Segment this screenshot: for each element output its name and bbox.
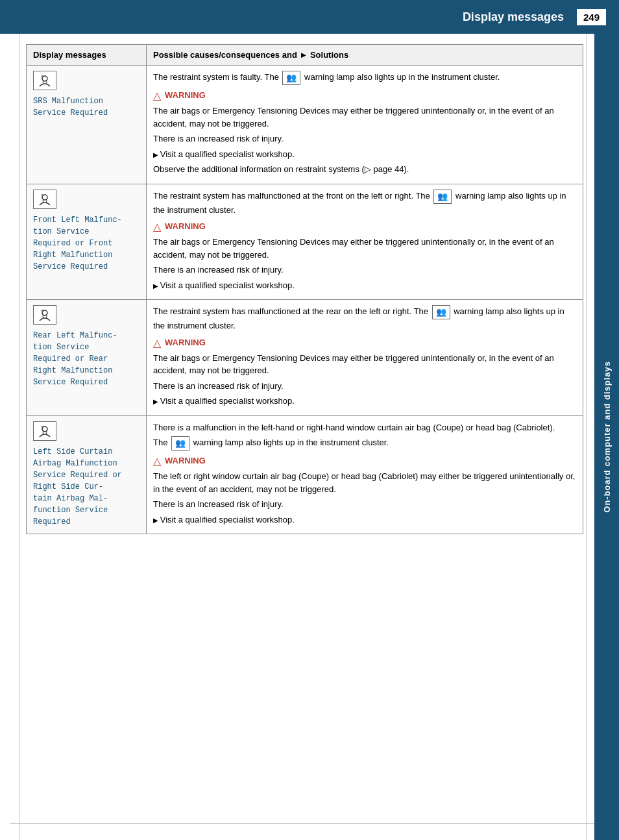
warning-label: WARNING [165,456,206,465]
margin-left [19,0,20,840]
srs-icon-0 [33,71,56,90]
inline-warning-icon: 👥 [282,71,300,85]
risk-text: There is an increased risk of injury. [153,498,576,511]
right-cell-3: There is a malfunction in the left-hand … [147,415,583,534]
margin-right [586,0,587,840]
col1-header: Display messages [27,45,147,66]
warning-text: The left or right window curtain air bag… [153,470,576,495]
observe-text: Observe the additional information on re… [153,163,576,176]
warning-block: △ WARNING [153,456,576,467]
left-cell-2: Rear Left Malfunc-tion ServiceRequired o… [27,300,147,416]
left-cell-0: SRS MalfunctionService Required [27,66,147,184]
warning-label: WARNING [165,90,206,100]
table-row: Left Side CurtainAirbag MalfunctionServi… [27,415,583,534]
warning-label: WARNING [165,221,206,231]
srs-icon-1 [33,190,56,209]
header-title: Display messages [463,10,564,24]
text-p: There is a malfunction in the left-hand … [153,421,576,434]
visit-bullet: Visit a qualified specialist workshop. [153,279,576,292]
display-text-2: Rear Left Malfunc-tion ServiceRequired o… [33,330,140,388]
display-text-1: Front Left Malfunc-tion ServiceRequired … [33,214,140,273]
left-cell-3: Left Side CurtainAirbag MalfunctionServi… [27,415,147,534]
right-cell-0: The restraint system is faulty. The 👥 wa… [147,66,583,184]
text-p: The restraint system has malfunctioned a… [153,190,576,217]
text-p2: The 👥 warning lamp also lights up in the… [153,436,576,451]
visit-bullet: Visit a qualified specialist workshop. [153,148,576,161]
side-tab-label: On-board computer and displays [602,361,612,513]
right-cell-1: The restraint system has malfunctioned a… [147,184,583,300]
warning-block: △ WARNING [153,338,576,349]
srs-icon-2 [33,305,56,325]
warning-block: △ WARNING [153,221,576,233]
side-tab: On-board computer and displays [594,34,619,840]
table-row: SRS MalfunctionService Required The rest… [27,66,583,184]
table-row: Front Left Malfunc-tion ServiceRequired … [27,184,583,300]
page-number: 249 [577,9,606,25]
risk-text: There is an increased risk of injury. [153,380,576,393]
inline-warning-icon: 👥 [433,190,452,204]
margin-bottom [10,823,609,824]
warning-label: WARNING [165,338,206,347]
header-bar: Display messages 249 [0,0,619,34]
warning-text: The air bags or Emergency Tensioning Dev… [153,352,576,377]
table-row: Rear Left Malfunc-tion ServiceRequired o… [27,300,583,416]
text-p: The restraint system is faulty. The 👥 wa… [153,71,576,85]
warning-triangle-icon: △ [153,90,161,102]
warning-block: △ WARNING [153,90,576,102]
risk-text: There is an increased risk of injury. [153,132,576,145]
text-p: The restraint system has malfunctioned a… [153,305,576,332]
main-content: Display messages Possible causes/consequ… [26,44,583,814]
warning-text: The air bags or Emergency Tensioning Dev… [153,105,576,130]
inline-warning-icon: 👥 [171,436,189,451]
warning-triangle-icon: △ [153,337,161,349]
display-messages-table: Display messages Possible causes/consequ… [26,44,583,534]
display-text-0: SRS MalfunctionService Required [33,95,140,119]
visit-bullet: Visit a qualified specialist workshop. [153,513,576,526]
risk-text: There is an increased risk of injury. [153,264,576,277]
display-text-3: Left Side CurtainAirbag MalfunctionServi… [33,446,140,528]
warning-triangle-icon: △ [153,455,161,467]
srs-icon-3 [33,421,56,441]
right-cell-2: The restraint system has malfunctioned a… [147,300,583,416]
left-cell-1: Front Left Malfunc-tion ServiceRequired … [27,184,147,300]
visit-bullet: Visit a qualified specialist workshop. [153,395,576,408]
col2-header: Possible causes/consequences and ► Solut… [147,45,583,66]
inline-warning-icon: 👥 [432,305,450,319]
warning-text: The air bags or Emergency Tensioning Dev… [153,236,576,261]
warning-triangle-icon: △ [153,221,161,233]
